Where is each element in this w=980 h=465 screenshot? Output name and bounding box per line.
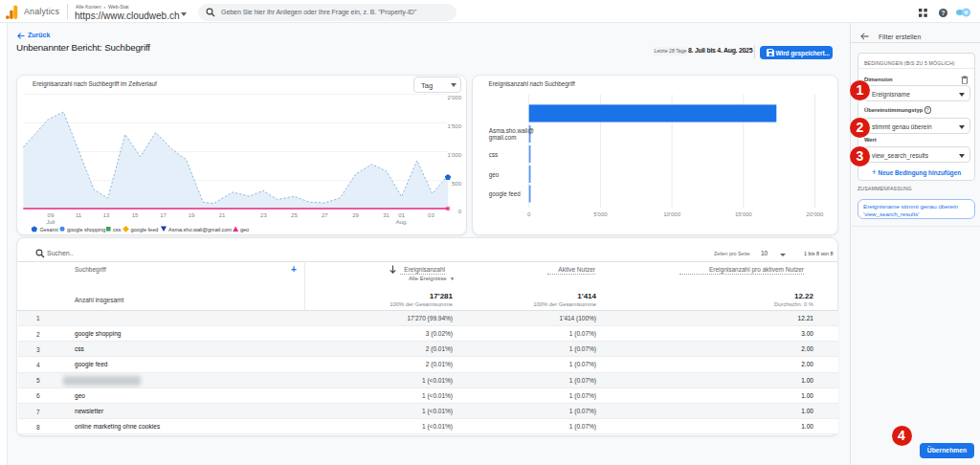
svg-text:5'000: 5'000: [593, 211, 608, 217]
svg-text:09: 09: [48, 212, 55, 218]
svg-text:10'000: 10'000: [663, 211, 680, 217]
svg-text:13: 13: [103, 212, 110, 218]
svg-text:google feed: google feed: [489, 190, 521, 198]
svg-text:Gesamt: Gesamt: [40, 227, 59, 232]
svg-text:google feed: google feed: [131, 227, 159, 232]
svg-text:Ereignisanzahl nach Suchbegrif: Ereignisanzahl nach Suchbegriff: [489, 80, 575, 88]
svg-text:google shopping: google shopping: [67, 227, 105, 232]
svg-text:500: 500: [452, 181, 462, 187]
svg-text:20'000: 20'000: [807, 211, 824, 217]
svg-text:23: 23: [260, 212, 267, 218]
svg-text:21: 21: [219, 212, 226, 218]
svg-text:geo: geo: [489, 171, 500, 179]
svg-text:Ereignisanzahl nach Suchbegrif: Ereignisanzahl nach Suchbegriff im Zeitv…: [33, 80, 157, 88]
svg-text:19: 19: [189, 212, 195, 218]
svg-text:15: 15: [132, 212, 139, 218]
svg-text:Asma.sho.wali@gmail.com: Asma.sho.wali@gmail.com: [168, 227, 233, 232]
svg-text:15'000: 15'000: [735, 211, 752, 217]
svg-text:2'000: 2'000: [448, 95, 462, 100]
svg-text:25: 25: [291, 212, 298, 218]
svg-text:Aug.: Aug.: [395, 219, 408, 225]
svg-text:0: 0: [458, 209, 462, 214]
svg-text:27: 27: [322, 212, 328, 218]
svg-text:css: css: [489, 151, 498, 158]
svg-text:11: 11: [76, 212, 82, 218]
svg-text:Juli: Juli: [46, 219, 55, 225]
svg-text:css: css: [113, 227, 122, 232]
svg-text:Asma.sho.wali@: Asma.sho.wali@: [489, 127, 534, 134]
svg-text:1'500: 1'500: [448, 123, 462, 129]
svg-text:0: 0: [527, 211, 531, 217]
svg-text:geo: geo: [240, 227, 249, 232]
svg-text:29: 29: [352, 212, 359, 218]
svg-text:01: 01: [398, 212, 405, 218]
svg-text:31: 31: [383, 212, 390, 218]
svg-text:gmail.com: gmail.com: [489, 134, 517, 142]
svg-text:03: 03: [428, 212, 434, 218]
svg-text:17: 17: [160, 212, 167, 218]
svg-text:1'000: 1'000: [448, 152, 462, 158]
